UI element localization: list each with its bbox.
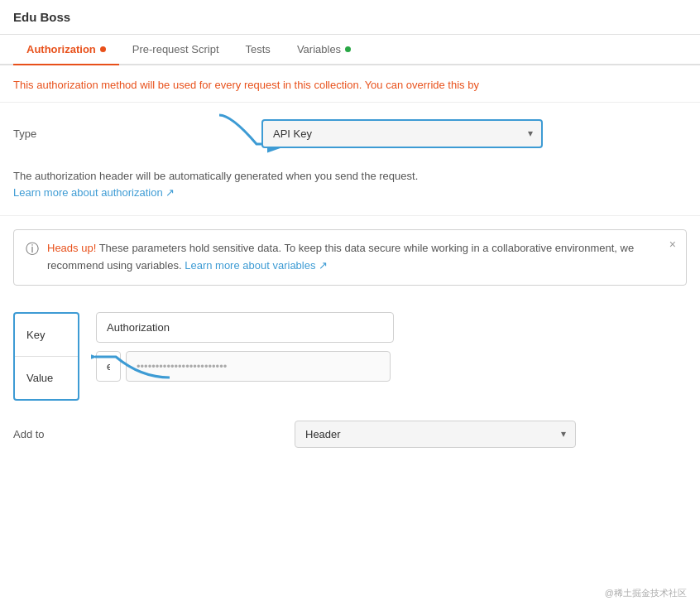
tab-variables-dot xyxy=(345,46,351,52)
learn-more-variables-link[interactable]: Learn more about variables ↗ xyxy=(185,259,328,272)
warning-body: These parameters hold sensitive data. To… xyxy=(47,242,634,272)
tab-pre-request-label: Pre-request Script xyxy=(132,43,219,55)
warning-heads-up: Heads up! xyxy=(47,242,96,254)
tab-authorization-dot xyxy=(100,46,106,52)
key-value-labels-box: Key Value xyxy=(13,312,79,401)
key-label: Key xyxy=(15,314,78,357)
add-to-label: Add to xyxy=(13,428,79,440)
info-text: This authorization method will be used f… xyxy=(0,65,700,103)
add-to-select-wrapper[interactable]: Header Query Params ▾ xyxy=(295,421,576,448)
add-to-select[interactable]: Header Query Params xyxy=(295,421,576,448)
add-to-row: Add to Header Query Params ▾ xyxy=(0,414,700,454)
fields-section: Key Value xyxy=(0,299,700,414)
tab-tests-label: Tests xyxy=(246,43,271,55)
info-icon: ⓘ xyxy=(26,241,39,258)
type-row: Type API Key No Auth Bearer Token Basic … xyxy=(0,103,700,165)
learn-more-auth-link[interactable]: Learn more about authorization ↗ xyxy=(13,186,175,199)
tab-variables-label: Variables xyxy=(297,43,341,55)
app-title: Edu Boss xyxy=(13,10,70,24)
arrow-left-container xyxy=(91,349,174,384)
tab-authorization[interactable]: Authorization xyxy=(13,35,119,65)
arrow-left-icon xyxy=(91,349,174,382)
type-select[interactable]: API Key No Auth Bearer Token Basic Auth … xyxy=(261,119,543,148)
type-select-wrapper[interactable]: API Key No Auth Bearer Token Basic Auth … xyxy=(261,119,543,148)
tab-pre-request[interactable]: Pre-request Script xyxy=(119,35,233,64)
watermark: @稀土掘金技术社区 xyxy=(605,587,687,599)
value-label: Value xyxy=(15,357,78,399)
fields-inputs xyxy=(96,312,687,382)
warning-box: ⓘ Heads up! These parameters hold sensit… xyxy=(13,229,687,286)
app-header: Edu Boss xyxy=(0,0,700,35)
type-label: Type xyxy=(13,127,63,140)
warning-text: Heads up! These parameters hold sensitiv… xyxy=(47,240,674,275)
tab-authorization-label: Authorization xyxy=(26,43,96,55)
tab-variables[interactable]: Variables xyxy=(284,35,364,64)
warning-close-button[interactable]: × xyxy=(669,238,676,250)
tab-tests[interactable]: Tests xyxy=(233,35,284,64)
tabs-bar: Authorization Pre-request Script Tests V… xyxy=(0,35,700,65)
auth-description: The authorization header will be automat… xyxy=(0,165,700,217)
key-input[interactable] xyxy=(96,312,394,343)
